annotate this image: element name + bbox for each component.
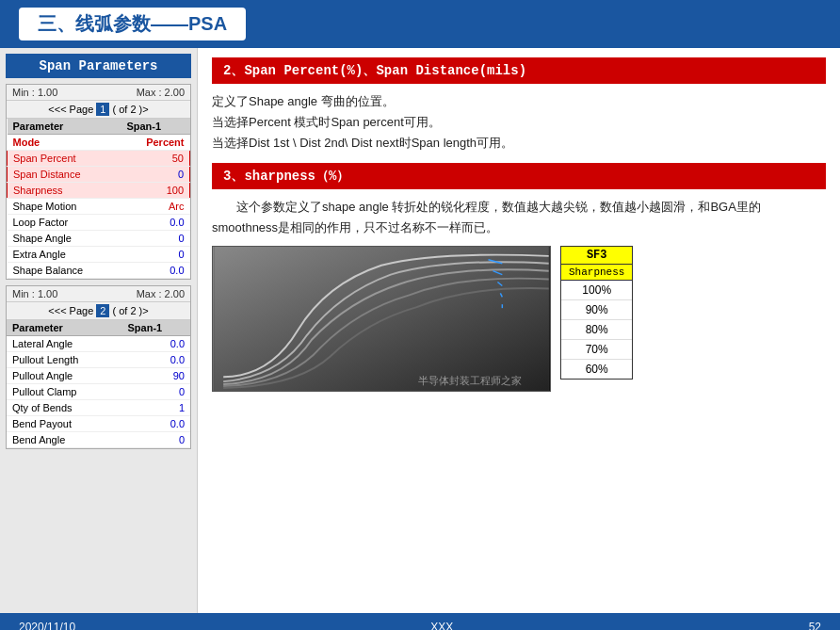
extra-angle-value[interactable]: 0 xyxy=(121,247,189,263)
lateral-angle-row: Lateral Angle 0.0 xyxy=(7,336,190,352)
col-header-param-1: Parameter xyxy=(8,119,121,135)
sf3-sub: Sharpness xyxy=(561,265,632,281)
param-page-2[interactable]: <<< Page 2 ( of 2 ) > xyxy=(7,302,190,320)
pullout-length-param: Pullout Length xyxy=(7,352,122,368)
page-num-2: 2 xyxy=(96,304,109,317)
param-range-2: Min : 1.00 Max : 2.00 xyxy=(7,286,190,302)
mode-value[interactable]: Percent xyxy=(121,135,189,151)
shape-motion-row: Shape Motion Arc xyxy=(8,199,190,215)
svg-rect-1 xyxy=(214,247,548,391)
span-distance-row[interactable]: Span Distance 0 xyxy=(8,167,190,183)
sharpness-desc: 这个参数定义了shape angle 转折处的锐化程度，数值越大越尖锐，数值越小… xyxy=(212,197,826,238)
shape-balance-row: Shape Balance 0.0 xyxy=(8,263,190,279)
mode-param: Mode xyxy=(8,135,121,151)
lateral-angle-value[interactable]: 0.0 xyxy=(122,336,190,352)
sf3-table: SF3 Sharpness 100% 90% 80% 70% 60% xyxy=(560,246,633,380)
header: 三、线弧参数——PSA xyxy=(0,0,840,48)
bend-payout-param: Bend Payout xyxy=(7,416,122,432)
pullout-clamp-param: Pullout Clamp xyxy=(7,384,122,400)
pullout-clamp-value[interactable]: 0 xyxy=(122,384,190,400)
shape-motion-value[interactable]: Arc xyxy=(121,199,189,215)
section1-line2: 当选择Percent 模式时Span percent可用。 xyxy=(212,112,826,133)
sf3-row-80: 80% xyxy=(561,320,632,340)
param-range-1: Min : 1.00 Max : 2.00 xyxy=(7,85,190,101)
param-page-1[interactable]: <<< Page 1 ( of 2 ) > xyxy=(7,101,190,119)
param-table-2: Parameter Span-1 Lateral Angle 0.0 Pullo… xyxy=(7,320,190,448)
span-distance-value[interactable]: 0 xyxy=(121,167,189,183)
bend-angle-value[interactable]: 0 xyxy=(122,432,190,448)
sharpness-value[interactable]: 100 xyxy=(121,183,189,199)
pullout-length-row: Pullout Length 0.0 xyxy=(7,352,190,368)
param-header-row-1: Parameter Span-1 xyxy=(8,119,190,135)
lateral-angle-param: Lateral Angle xyxy=(7,336,122,352)
loop-factor-value[interactable]: 0.0 xyxy=(121,215,189,231)
section-sharpness: 3、sharpness（%） 这个参数定义了shape angle 转折处的锐化… xyxy=(212,163,826,392)
span-percent-value[interactable]: 50 xyxy=(121,151,189,167)
pullout-angle-value[interactable]: 90 xyxy=(122,368,190,384)
pullout-length-value[interactable]: 0.0 xyxy=(122,352,190,368)
shape-balance-param: Shape Balance xyxy=(8,263,121,279)
page-prev-2[interactable]: <<< Page xyxy=(48,305,93,316)
section1-text: 定义了Shape angle 弯曲的位置。 当选择Percent 模式时Span… xyxy=(212,91,826,153)
mode-row: Mode Percent xyxy=(8,135,190,151)
extra-angle-row: Extra Angle 0 xyxy=(8,247,190,263)
main-content: Span Parameters Min : 1.00 Max : 2.00 <<… xyxy=(0,48,840,613)
bend-payout-value[interactable]: 0.0 xyxy=(122,416,190,432)
page-num-1: 1 xyxy=(96,103,109,116)
param-max-1: Max : 2.00 xyxy=(137,87,185,98)
section1-line3: 当选择Dist 1st \ Dist 2nd\ Dist next时Span l… xyxy=(212,133,826,153)
section-span-percent: 2、Span Percent(%)、Span Distance(mils) 定义… xyxy=(212,57,826,153)
span-percent-row[interactable]: Span Percent 50 xyxy=(8,151,190,167)
span-percent-param: Span Percent xyxy=(8,151,121,167)
page-next-1[interactable]: > xyxy=(142,104,148,115)
param-table-1: Parameter Span-1 Mode Percent Span Perce… xyxy=(7,119,190,279)
qty-bends-value[interactable]: 1 xyxy=(122,400,190,416)
page-next-2[interactable]: > xyxy=(142,305,148,316)
sf3-header: SF3 xyxy=(561,247,632,265)
sf3-row-90: 90% xyxy=(561,300,632,320)
loop-factor-row: Loop Factor 0.0 xyxy=(8,215,190,231)
param-min-1: Min : 1.00 xyxy=(12,87,57,98)
bend-angle-row: Bend Angle 0 xyxy=(7,432,190,448)
page-prev-1[interactable]: <<< Page xyxy=(48,104,93,115)
footer-date: 2020/11/10 xyxy=(19,621,75,630)
sharpness-param: Sharpness xyxy=(8,183,121,199)
page-of-1: ( of 2 ) xyxy=(112,104,142,115)
param-section-1: Min : 1.00 Max : 2.00 <<< Page 1 ( of 2 … xyxy=(6,84,191,280)
sharpness-row[interactable]: Sharpness 100 xyxy=(8,183,190,199)
shape-angle-row: Shape Angle 0 xyxy=(8,231,190,247)
sf3-row-70: 70% xyxy=(561,340,632,360)
section2-header: 3、sharpness（%） xyxy=(212,163,826,189)
bend-angle-param: Bend Angle xyxy=(7,432,122,448)
pullout-clamp-row: Pullout Clamp 0 xyxy=(7,384,190,400)
bend-payout-row: Bend Payout 0.0 xyxy=(7,416,190,432)
pullout-angle-param: Pullout Angle xyxy=(7,368,122,384)
pullout-angle-row: Pullout Angle 90 xyxy=(7,368,190,384)
loop-factor-param: Loop Factor xyxy=(8,215,121,231)
wire-image: 半导体封装工程师之家 xyxy=(212,246,551,392)
section1-header: 2、Span Percent(%)、Span Distance(mils) xyxy=(212,57,826,84)
section1-line1: 定义了Shape angle 弯曲的位置。 xyxy=(212,91,826,112)
col-header-span-2: Span-1 xyxy=(122,320,190,336)
page-title: 三、线弧参数——PSA xyxy=(19,8,246,40)
extra-angle-param: Extra Angle xyxy=(8,247,121,263)
param-min-2: Min : 1.00 xyxy=(12,288,57,299)
left-panel: Span Parameters Min : 1.00 Max : 2.00 <<… xyxy=(0,48,198,613)
col-header-param-2: Parameter xyxy=(7,320,122,336)
shape-angle-param: Shape Angle xyxy=(8,231,121,247)
span-distance-param: Span Distance xyxy=(8,167,121,183)
shape-balance-value[interactable]: 0.0 xyxy=(121,263,189,279)
param-header-row-2: Parameter Span-1 xyxy=(7,320,190,336)
svg-text:半导体封装工程师之家: 半导体封装工程师之家 xyxy=(418,376,522,387)
footer: 2020/11/10 XXX 52 xyxy=(0,613,840,630)
col-header-span-1: Span-1 xyxy=(121,119,189,135)
param-section-2: Min : 1.00 Max : 2.00 <<< Page 2 ( of 2 … xyxy=(6,285,191,449)
page-of-2: ( of 2 ) xyxy=(112,305,142,316)
shape-motion-param: Shape Motion xyxy=(8,199,121,215)
footer-center: XXX xyxy=(430,621,453,630)
shape-angle-value[interactable]: 0 xyxy=(121,231,189,247)
param-max-2: Max : 2.00 xyxy=(137,288,185,299)
wire-area: 半导体封装工程师之家 SF3 Sharpness 100% 90% 80% 70… xyxy=(212,246,826,392)
span-params-title: Span Parameters xyxy=(6,54,191,78)
sf3-row-100: 100% xyxy=(561,281,632,300)
